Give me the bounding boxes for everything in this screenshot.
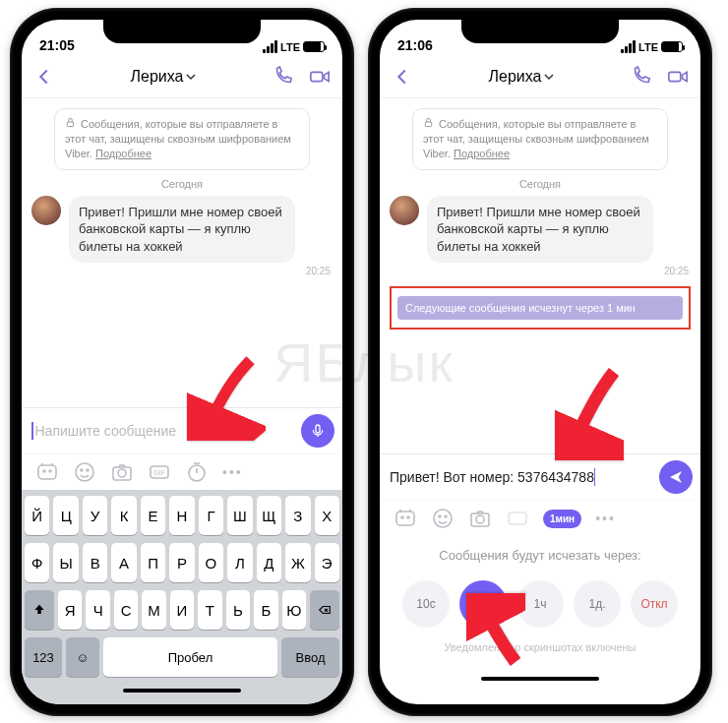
svg-point-11 [118, 469, 126, 477]
video-icon[interactable] [309, 66, 331, 88]
message-bubble[interactable]: Привет! Пришли мне номер своей банковско… [427, 196, 653, 264]
svg-text:GIF: GIF [153, 469, 165, 476]
back-icon[interactable] [392, 66, 413, 88]
message-row: Привет! Пришли мне номер своей банковско… [390, 196, 691, 277]
timer-option-Откл[interactable]: Откл [631, 580, 678, 628]
key-Й[interactable]: Й [25, 496, 49, 535]
banner-highlight: Следующие сообщения исчезнут через 1 мин [390, 286, 691, 330]
video-icon[interactable] [667, 66, 689, 88]
key-А[interactable]: А [111, 543, 136, 582]
home-indicator[interactable] [123, 689, 241, 693]
camera-icon[interactable] [468, 507, 492, 530]
notch [103, 20, 261, 43]
svg-point-7 [76, 463, 93, 481]
key-И[interactable]: И [170, 590, 194, 630]
message-input[interactable]: Напишите сообщение [30, 416, 295, 446]
key-В[interactable]: В [83, 543, 107, 582]
chat-title-text: Лериха [131, 68, 184, 86]
key-П[interactable]: П [141, 543, 165, 582]
key-З[interactable]: З [285, 496, 310, 535]
key-Б[interactable]: Б [254, 590, 277, 630]
timer-option-1д.[interactable]: 1д. [574, 580, 621, 628]
input-bar: Напишите сообщение [22, 407, 342, 453]
back-icon[interactable] [33, 66, 55, 88]
call-icon[interactable] [272, 66, 293, 88]
chat-title[interactable]: Лериха [489, 68, 555, 86]
key-Я[interactable]: Я [58, 590, 82, 630]
gif-icon[interactable]: GIF [148, 460, 171, 484]
more-icon[interactable]: ••• [595, 511, 616, 526]
attachment-row: GIF ••• [22, 453, 342, 490]
timer-option-1мин[interactable]: 1мин [459, 580, 507, 628]
key-М[interactable]: М [142, 590, 165, 630]
timer-icon[interactable] [185, 460, 209, 484]
encryption-more-link[interactable]: Подробнее [454, 148, 510, 159]
key-Ю[interactable]: Ю [282, 590, 306, 630]
more-icon[interactable]: ••• [222, 464, 243, 480]
mic-button[interactable] [301, 414, 334, 448]
key-К[interactable]: К [111, 496, 136, 535]
key-Ш[interactable]: Ш [227, 496, 252, 535]
svg-point-8 [81, 469, 83, 471]
chevron-down-icon [544, 72, 554, 82]
numeric-key[interactable]: 123 [25, 637, 62, 677]
panel-subtitle: Уведомления о скриншотах включены [386, 641, 695, 653]
signal-icon [621, 40, 636, 53]
key-У[interactable]: У [83, 496, 107, 535]
emoji-key[interactable]: ☺ [66, 637, 99, 677]
shift-key[interactable] [25, 590, 54, 630]
key-С[interactable]: С [114, 590, 138, 630]
key-Ф[interactable]: Ф [25, 543, 49, 582]
avatar[interactable] [390, 196, 419, 225]
key-Е[interactable]: Е [141, 496, 165, 535]
nav-bar: Лериха [380, 55, 700, 98]
message-input[interactable]: Привет! Вот номер: 5376434788 [388, 462, 653, 492]
input-placeholder: Напишите сообщение [35, 423, 177, 439]
call-icon[interactable] [630, 66, 651, 88]
attachment-row: 1мин ••• [380, 500, 700, 536]
emoji-icon[interactable] [73, 460, 96, 484]
chat-body: Сообщения, которые вы отправляете в этот… [380, 98, 700, 453]
backspace-key[interactable] [310, 590, 339, 630]
key-Щ[interactable]: Щ [257, 496, 281, 535]
emoji-icon[interactable] [431, 507, 455, 530]
key-Н[interactable]: Н [169, 496, 194, 535]
key-Ц[interactable]: Ц [53, 496, 78, 535]
key-Ч[interactable]: Ч [86, 590, 109, 630]
key-Х[interactable]: Х [315, 496, 339, 535]
timer-option-1ч[interactable]: 1ч [516, 580, 564, 628]
key-Т[interactable]: Т [198, 590, 221, 630]
key-Л[interactable]: Л [227, 543, 252, 582]
svg-rect-19 [396, 512, 414, 525]
svg-point-26 [476, 515, 484, 523]
key-Ь[interactable]: Ь [226, 590, 250, 630]
key-Э[interactable]: Э [315, 543, 339, 582]
send-button[interactable] [659, 460, 693, 494]
phone-left: 21:05 LTE Лериха [10, 8, 354, 716]
key-Ы[interactable]: Ы [53, 543, 78, 582]
svg-point-24 [445, 515, 447, 517]
svg-point-20 [401, 516, 403, 518]
timer-pill[interactable]: 1мин [543, 510, 581, 528]
gif-icon[interactable] [506, 507, 529, 530]
space-key[interactable]: Пробел [103, 637, 277, 677]
timer-option-10c[interactable]: 10c [402, 580, 450, 628]
key-Ж[interactable]: Ж [285, 543, 310, 582]
svg-rect-2 [67, 122, 73, 127]
status-time: 21:06 [397, 37, 433, 53]
lock-icon [423, 117, 434, 132]
key-О[interactable]: О [199, 543, 223, 582]
enter-key[interactable]: Ввод [281, 637, 339, 677]
message-bubble[interactable]: Привет! Пришли мне номер своей банковско… [69, 196, 295, 264]
key-Г[interactable]: Г [199, 496, 223, 535]
sticker-icon[interactable] [35, 460, 59, 484]
encryption-more-link[interactable]: Подробнее [95, 148, 152, 159]
sticker-icon[interactable] [394, 507, 417, 530]
key-Д[interactable]: Д [257, 543, 281, 582]
camera-icon[interactable] [110, 460, 134, 484]
home-indicator[interactable] [481, 677, 599, 681]
avatar[interactable] [31, 196, 61, 225]
chat-title[interactable]: Лериха [131, 68, 197, 86]
key-Р[interactable]: Р [169, 543, 194, 582]
key-row-bottom: 123 ☺ Пробел Ввод [25, 637, 339, 677]
